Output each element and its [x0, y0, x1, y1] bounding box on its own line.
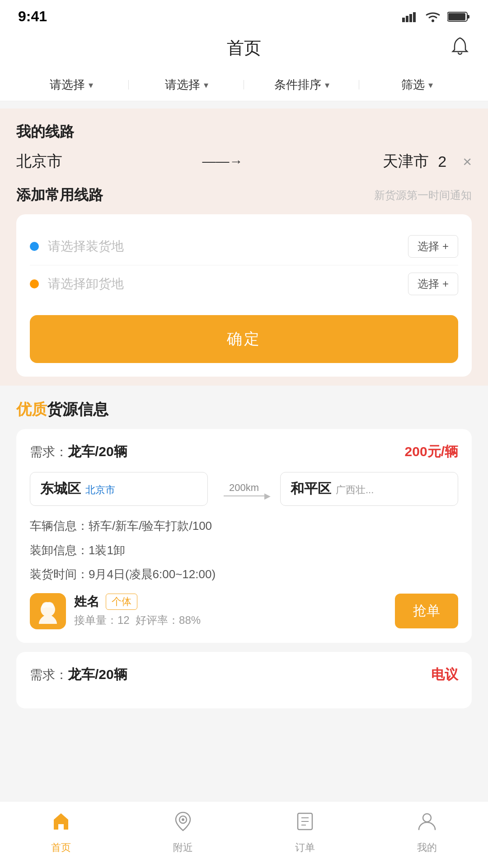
chevron-down-icon-4: ▾ [428, 80, 433, 90]
filter-bar: 请选择 ▾ 请选择 ▾ 条件排序 ▾ 筛选 ▾ [0, 69, 488, 101]
add-route-title: 添加常用线路 [16, 185, 103, 205]
freight-route-row-1: 东城区 北京市 200km 和平区 广西壮... [30, 472, 458, 506]
freight-user-stats-1: 接单量：12 好评率：88% [74, 613, 201, 627]
freight-demand-label-1: 需求：龙车/20辆 [30, 443, 127, 461]
chevron-down-icon-2: ▾ [204, 80, 208, 90]
freight-vehicle-info-1: 车辆信息：轿车/新车/验车打款/100 [30, 517, 458, 536]
freight-title-accent: 优质 [16, 401, 47, 418]
add-route-hint: 新货源第一时间通知 [374, 188, 472, 203]
my-routes-title: 我的线路 [16, 122, 472, 142]
route-from-city: 北京市 [16, 151, 62, 172]
freight-from-sub-1: 北京市 [85, 483, 115, 497]
nav-item-home[interactable]: 首页 [0, 811, 122, 854]
unloading-select-button[interactable]: 选择 + [408, 273, 458, 295]
route-arrow-icon: ——→ [71, 154, 374, 169]
freight-user-name-row-1: 姓名 个体 [74, 593, 201, 610]
loading-select-button[interactable]: 选择 + [408, 235, 458, 258]
loading-location-row: 请选择装货地 选择 + [30, 228, 458, 265]
freight-demand-label-2: 需求：龙车/20辆 [30, 665, 127, 684]
location-icon [172, 811, 194, 837]
nav-label-mine: 我的 [417, 841, 437, 854]
svg-point-9 [182, 818, 184, 821]
chevron-down-icon-3: ▾ [325, 80, 329, 90]
svg-rect-1 [406, 16, 408, 22]
svg-rect-2 [409, 14, 412, 22]
freight-card-2-header: 需求：龙车/20辆 电议 [30, 665, 458, 684]
filter-item-1[interactable]: 请选择 ▾ [14, 77, 129, 93]
svg-point-14 [423, 814, 431, 822]
freight-to-city-1: 和平区 [291, 480, 331, 498]
grab-button-1[interactable]: 抢单 [395, 594, 458, 628]
filter-label-1: 请选择 [50, 77, 85, 93]
freight-card-2: 需求：龙车/20辆 电议 [16, 652, 472, 708]
freight-user-tag-1: 个体 [106, 594, 137, 610]
freight-user-details-1: 姓名 个体 接单量：12 好评率：88% [74, 593, 201, 627]
orange-dot-icon [30, 279, 39, 288]
freight-card-1: 需求：龙车/20辆 200元/辆 东城区 北京市 200km 和平区 广西壮..… [16, 429, 472, 643]
add-route-card: 请选择装货地 选择 + 请选择卸货地 选择 + 确定 [16, 214, 472, 377]
freight-price-1: 200元/辆 [405, 443, 458, 461]
svg-rect-0 [402, 18, 405, 22]
status-time: 9:41 [18, 8, 47, 25]
freight-loading-time-1: 装货时间：9月4日(凌晨6:00~12:00) [30, 565, 458, 584]
freight-loading-info-1: 装卸信息：1装1卸 [30, 541, 458, 560]
freight-section: 优质货源信息 需求：龙车/20辆 200元/辆 东城区 北京市 200km 和平… [0, 386, 488, 708]
status-icons [402, 10, 470, 23]
freight-section-title: 优质货源信息 [16, 399, 472, 420]
freight-to-sub-1: 广西壮... [336, 483, 374, 497]
freight-card-1-header: 需求：龙车/20辆 200元/辆 [30, 443, 458, 461]
freight-from-city-1: 东城区 [40, 480, 81, 498]
filter-label-2: 请选择 [165, 77, 200, 93]
status-bar: 9:41 [0, 0, 488, 29]
user-icon [416, 811, 438, 837]
bottom-nav: 首页 附近 订单 我的 [0, 801, 488, 868]
signal-icon [402, 11, 418, 22]
svg-rect-6 [467, 15, 469, 19]
nav-label-orders: 订单 [295, 841, 315, 854]
add-route-section: 添加常用线路 新货源第一时间通知 请选择装货地 选择 + 请选择卸货地 选择 +… [0, 185, 488, 386]
header: 首页 [0, 29, 488, 69]
filter-item-3[interactable]: 条件排序 ▾ [244, 77, 359, 93]
route-row: 北京市 ——→ 天津市 2 × [16, 151, 472, 172]
freight-from-box-1: 东城区 北京市 [30, 472, 208, 506]
nav-label-nearby: 附近 [173, 841, 193, 854]
route-count: 2 [438, 153, 446, 170]
route-to-city: 天津市 [383, 151, 429, 172]
loading-location-label: 请选择装货地 [48, 238, 124, 255]
unloading-location-row: 请选择卸货地 选择 + [30, 265, 458, 302]
filter-label-4: 筛选 [401, 77, 425, 93]
freight-title-normal: 货源信息 [47, 401, 108, 418]
freight-user-info-1: 姓名 个体 接单量：12 好评率：88% [30, 593, 395, 629]
filter-item-2[interactable]: 请选择 ▾ [129, 77, 244, 93]
freight-avatar-1 [30, 593, 66, 629]
battery-icon [447, 11, 470, 22]
chevron-down-icon-1: ▾ [89, 80, 93, 90]
freight-price-2: 电议 [431, 665, 458, 684]
bell-icon[interactable] [450, 36, 470, 60]
add-route-header: 添加常用线路 新货源第一时间通知 [16, 185, 472, 205]
freight-footer-1: 姓名 个体 接单量：12 好评率：88% 抢单 [30, 593, 458, 629]
nav-item-orders[interactable]: 订单 [244, 811, 366, 854]
home-icon [50, 811, 72, 837]
my-routes-section: 我的线路 北京市 ——→ 天津市 2 × [0, 108, 488, 185]
freight-user-name-1: 姓名 [74, 593, 99, 610]
filter-label-3: 条件排序 [274, 77, 321, 93]
blue-dot-icon [30, 242, 39, 251]
order-icon [294, 811, 316, 837]
unloading-location-label: 请选择卸货地 [48, 275, 124, 292]
filter-item-4[interactable]: 筛选 ▾ [359, 77, 474, 93]
freight-distance-line-1 [224, 495, 264, 496]
svg-rect-3 [413, 12, 416, 22]
page-title: 首页 [227, 37, 261, 60]
nav-item-nearby[interactable]: 附近 [122, 811, 244, 854]
freight-distance-wrap-1: 200km [217, 482, 271, 496]
svg-rect-7 [448, 13, 465, 20]
freight-distance-1: 200km [229, 482, 259, 494]
freight-to-box-1: 和平区 广西壮... [280, 472, 458, 506]
nav-item-mine[interactable]: 我的 [366, 811, 488, 854]
wifi-icon [425, 10, 441, 23]
nav-label-home: 首页 [51, 841, 71, 854]
confirm-button[interactable]: 确定 [30, 315, 458, 363]
svg-point-4 [432, 19, 434, 22]
route-close-icon[interactable]: × [463, 153, 472, 170]
